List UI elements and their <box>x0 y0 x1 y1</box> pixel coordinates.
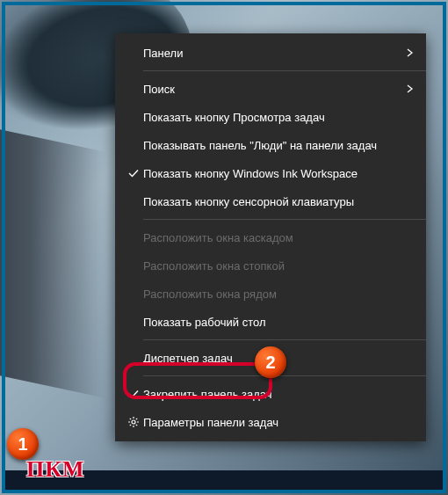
menu-item-label: Закрепить панель задач <box>143 388 414 401</box>
menu-item-taskbar-settings[interactable]: Параметры панели задач <box>115 408 426 436</box>
chevron-right-icon <box>401 83 414 96</box>
menu-item-label: Расположить окна стопкой <box>143 259 414 273</box>
menu-item-cascade-windows: Расположить окна каскадом <box>115 223 426 251</box>
menu-separator <box>143 339 426 340</box>
menu-separator <box>143 375 426 376</box>
menu-item-label: Поиск <box>143 83 401 96</box>
menu-separator <box>143 219 426 220</box>
menu-item-show-desktop[interactable]: Показать рабочий стол <box>115 308 426 336</box>
menu-item-label: Показать кнопку сенсорной клавиатуры <box>143 195 414 208</box>
menu-item-label: Показать кнопку Windows Ink Workspace <box>143 167 414 180</box>
menu-item-label: Панели <box>143 47 401 60</box>
annotation-badge-1: 1 <box>7 428 39 460</box>
badge-number: 1 <box>18 434 27 454</box>
check-icon <box>124 388 143 400</box>
menu-item-show-ink-workspace[interactable]: Показать кнопку Windows Ink Workspace <box>115 159 426 187</box>
menu-item-label: Расположить окна каскадом <box>143 231 414 244</box>
menu-separator <box>143 70 426 71</box>
menu-item-show-people[interactable]: Показывать панель "Люди" на панели задач <box>115 131 426 159</box>
chevron-right-icon <box>401 47 414 60</box>
badge-number: 2 <box>265 353 275 372</box>
menu-item-label: Показать кнопку Просмотра задач <box>143 111 414 124</box>
menu-item-label: Расположить окна рядом <box>143 288 414 301</box>
check-icon <box>124 167 143 179</box>
menu-item-stack-windows: Расположить окна стопкой <box>115 251 426 280</box>
svg-point-0 <box>132 420 135 424</box>
menu-item-panels[interactable]: Панели <box>115 39 426 67</box>
menu-item-label: Показать рабочий стол <box>143 316 414 329</box>
menu-item-show-task-view[interactable]: Показать кнопку Просмотра задач <box>115 103 426 131</box>
annotation-pkm-label: ПКМ <box>26 456 85 483</box>
menu-item-search[interactable]: Поиск <box>115 75 426 103</box>
menu-item-label: Параметры панели задач <box>143 416 414 429</box>
menu-item-lock-taskbar[interactable]: Закрепить панель задач <box>115 380 426 408</box>
taskbar-context-menu: Панели Поиск Показать кнопку Просмотра з… <box>115 33 426 441</box>
menu-item-label: Показывать панель "Люди" на панели задач <box>143 139 414 152</box>
menu-item-side-by-side: Расположить окна рядом <box>115 280 426 308</box>
annotation-badge-2: 2 <box>255 346 286 378</box>
menu-item-show-touch-keyboard[interactable]: Показать кнопку сенсорной клавиатуры <box>115 187 426 215</box>
gear-icon <box>124 416 143 428</box>
